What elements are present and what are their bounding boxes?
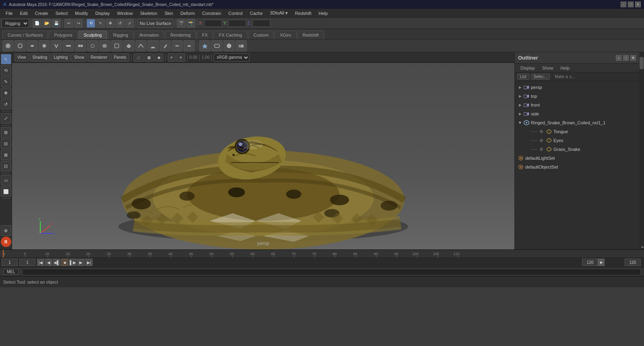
menu-display[interactable]: Display bbox=[92, 10, 113, 16]
sculpt-pinch[interactable] bbox=[51, 40, 62, 51]
tab-rendering[interactable]: Rendering bbox=[165, 31, 196, 39]
lights-btn[interactable]: ☀ bbox=[176, 54, 185, 62]
menu-control[interactable]: Control bbox=[225, 10, 246, 16]
outliner-maximize-btn[interactable]: □ bbox=[623, 55, 629, 61]
mode-select[interactable]: Rigging bbox=[2, 19, 29, 28]
sculpt-push-pull[interactable] bbox=[2, 40, 14, 51]
current-frame-display[interactable]: 1 bbox=[19, 259, 35, 266]
outliner-menu-show[interactable]: Show bbox=[539, 65, 557, 71]
prev-frame-btn[interactable]: ◀ bbox=[45, 259, 52, 266]
lasso-btn[interactable]: ⟲ bbox=[1, 65, 11, 76]
smooth-btn[interactable]: ◉ bbox=[155, 54, 163, 62]
sculpt-mask[interactable] bbox=[211, 40, 223, 51]
component-btn[interactable]: ▭ bbox=[1, 175, 11, 185]
menu-redshift[interactable]: Redshift bbox=[292, 10, 314, 16]
x-coord-input[interactable] bbox=[204, 20, 222, 27]
vp-show-btn[interactable]: Show bbox=[71, 54, 87, 62]
rotate-btn[interactable]: ↺ bbox=[116, 19, 124, 28]
right-scroll-thumb[interactable] bbox=[640, 57, 644, 69]
sculpt-flood[interactable] bbox=[223, 40, 235, 51]
undo-btn[interactable]: ↩ bbox=[64, 19, 73, 28]
outliner-title-controls[interactable]: − □ ✕ bbox=[616, 55, 636, 61]
prev-key-btn[interactable]: |◀ bbox=[37, 259, 44, 266]
sculpt-foamy[interactable] bbox=[75, 40, 86, 51]
maximize-button[interactable]: □ bbox=[628, 2, 634, 7]
outliner-menu-display[interactable]: Display bbox=[517, 65, 538, 71]
end-frame-display[interactable]: 120 bbox=[582, 259, 598, 266]
tab-rigging[interactable]: Rigging bbox=[108, 31, 133, 39]
tab-xgen[interactable]: XGen bbox=[275, 31, 296, 39]
play-back-btn[interactable]: ◀▌ bbox=[53, 259, 60, 266]
sculpt-spray[interactable] bbox=[87, 40, 98, 51]
new-scene-btn[interactable]: 📄 bbox=[33, 19, 41, 28]
vp-shading-btn[interactable]: Shading bbox=[30, 54, 50, 62]
rotate-tool-btn[interactable]: ↺ bbox=[1, 99, 11, 109]
outliner-item-object-set[interactable]: defaultObjectSet bbox=[515, 163, 639, 171]
menu-modify[interactable]: Modify bbox=[72, 10, 91, 16]
minimize-button[interactable]: − bbox=[621, 2, 626, 7]
outliner-item-ringed-snake[interactable]: ▼ Ringed_Snake_Brown_Coiled_ncl1_1 bbox=[515, 118, 639, 127]
script-input[interactable] bbox=[22, 269, 641, 275]
menu-select[interactable]: Select bbox=[52, 10, 71, 16]
sculpt-grab[interactable] bbox=[39, 40, 50, 51]
play-fwd-btn[interactable]: ▌▶ bbox=[69, 259, 76, 266]
menu-skeleton[interactable]: Skeleton bbox=[137, 10, 161, 16]
sculpt-erase[interactable] bbox=[235, 40, 247, 51]
outliner-minimize-btn[interactable]: − bbox=[616, 55, 621, 61]
vp-panels-btn[interactable]: Panels bbox=[111, 54, 129, 62]
scale-btn[interactable]: ⤢ bbox=[125, 19, 134, 28]
tab-fx-caching[interactable]: FX Caching bbox=[214, 31, 247, 39]
sculpt-bulge[interactable] bbox=[184, 40, 195, 51]
render-region-btn[interactable]: ⊛ bbox=[1, 225, 11, 236]
sculpt-repeat[interactable] bbox=[99, 40, 110, 51]
redo-btn[interactable]: ↪ bbox=[74, 19, 83, 28]
sculpt-imprint[interactable] bbox=[111, 40, 122, 51]
object-btn[interactable]: ⬜ bbox=[1, 186, 11, 197]
sculpt-smooth[interactable] bbox=[14, 40, 26, 51]
tab-sculpting[interactable]: Sculpting bbox=[78, 31, 107, 39]
grid-btn[interactable]: ⊞ bbox=[1, 127, 11, 138]
menu-create[interactable]: Create bbox=[32, 10, 52, 16]
move-tool-btn[interactable]: ✥ bbox=[1, 88, 11, 98]
transform-btn[interactable]: ⟲ bbox=[87, 19, 95, 28]
outliner-item-side[interactable]: ▶ side bbox=[515, 109, 639, 118]
outliner-menu-help[interactable]: Help bbox=[557, 65, 573, 71]
next-key-btn[interactable]: ▶| bbox=[85, 259, 93, 266]
stop-btn[interactable]: ■ bbox=[61, 259, 68, 266]
outliner-close-btn[interactable]: ✕ bbox=[630, 55, 636, 61]
mel-tab[interactable]: MEL bbox=[3, 269, 19, 275]
menu-file[interactable]: File bbox=[2, 10, 16, 16]
vp-renderer-btn[interactable]: Renderer bbox=[88, 54, 110, 62]
redshift-btn[interactable]: R bbox=[1, 237, 11, 247]
sculpt-knife[interactable] bbox=[159, 40, 171, 51]
tab-polygons[interactable]: Polygons bbox=[49, 31, 77, 39]
render-btn[interactable]: 🎬 bbox=[177, 19, 186, 28]
menu-3dtall[interactable]: 3DtoAll ▾ bbox=[267, 10, 291, 16]
save-btn[interactable]: 💾 bbox=[52, 19, 61, 28]
sculpt-scrape[interactable] bbox=[135, 40, 147, 51]
select-btn[interactable]: ↖ bbox=[96, 19, 105, 28]
tab-animation[interactable]: Animation bbox=[134, 31, 164, 39]
menu-cache[interactable]: Cache bbox=[247, 10, 266, 16]
outliner-item-persp[interactable]: ▶ persp bbox=[515, 83, 639, 92]
snap2-btn[interactable]: ⊟ bbox=[1, 138, 11, 149]
menu-window[interactable]: Window bbox=[114, 10, 136, 16]
viewport[interactable]: X Y Z persp bbox=[12, 63, 514, 249]
paint-btn[interactable]: ✎ bbox=[1, 76, 11, 87]
sculpt-wax[interactable] bbox=[123, 40, 134, 51]
tab-curves-surfaces[interactable]: Curves / Surfaces bbox=[2, 31, 48, 39]
z-coord-input[interactable] bbox=[252, 20, 270, 27]
select-tool-btn[interactable]: ↖ bbox=[1, 54, 11, 64]
range-end-display[interactable]: 120 bbox=[625, 259, 641, 266]
outliner-list-btn[interactable]: List bbox=[517, 74, 529, 80]
outliner-item-front[interactable]: ▶ front bbox=[515, 101, 639, 109]
outliner-item-top[interactable]: ▶ top bbox=[515, 92, 639, 101]
sculpt-flatten[interactable] bbox=[63, 40, 74, 51]
sculpt-fill[interactable] bbox=[147, 40, 159, 51]
sculpt-smear[interactable] bbox=[171, 40, 183, 51]
tab-redshift[interactable]: Redshift bbox=[297, 31, 324, 39]
camera-btn[interactable]: 🎥 bbox=[134, 54, 144, 62]
next-frame-btn[interactable]: ▶ bbox=[77, 259, 85, 266]
open-btn[interactable]: 📂 bbox=[42, 19, 51, 28]
sculpt-relax[interactable] bbox=[27, 40, 38, 51]
